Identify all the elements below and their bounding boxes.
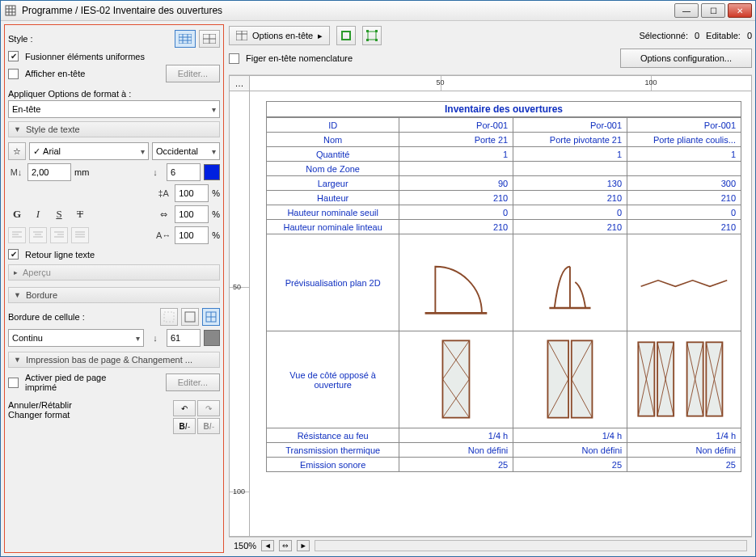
horizontal-ruler[interactable]: 50 100	[250, 75, 752, 91]
border-outer-button[interactable]	[181, 308, 199, 326]
cell[interactable]: 210	[399, 220, 513, 234]
section-border[interactable]: ▼Bordure	[8, 287, 220, 303]
select-handles-green-button[interactable]	[362, 26, 382, 45]
section-textstyle[interactable]: ▼Style de texte	[8, 121, 220, 137]
cell[interactable]: 1	[399, 147, 513, 162]
cell[interactable]: 0	[627, 205, 741, 220]
cell[interactable]	[513, 234, 627, 331]
font-select[interactable]: ✓ Arial	[29, 142, 149, 160]
header-options-button[interactable]: Options en-tête ▸	[229, 26, 330, 45]
config-options-button[interactable]: Options configuration...	[620, 49, 752, 68]
cell[interactable]: 90	[399, 176, 513, 191]
cell[interactable]: 1	[627, 147, 741, 162]
leading-input[interactable]: 6	[167, 163, 201, 181]
cell[interactable]: 130	[513, 176, 627, 191]
cell[interactable]	[399, 162, 513, 176]
cell[interactable]: 210	[399, 191, 513, 205]
italic-button[interactable]: I	[29, 206, 47, 222]
close-button[interactable]: ✕	[728, 3, 752, 18]
ruler-corner-button[interactable]: …	[229, 75, 250, 91]
cell[interactable]: 1/4 h	[627, 428, 741, 443]
border-none-button[interactable]	[160, 308, 178, 326]
show-header-checkbox[interactable]	[8, 69, 19, 79]
cell[interactable]: 210	[627, 220, 741, 234]
zoom-value[interactable]: 150%	[234, 541, 256, 551]
cell[interactable]: 25	[627, 458, 741, 472]
align-justify-button[interactable]	[71, 227, 89, 243]
style-grid1-button[interactable]	[175, 30, 196, 48]
section-preview[interactable]: ▸Aperçu	[8, 264, 220, 281]
bold-button[interactable]: G	[8, 206, 26, 222]
align-right-button[interactable]	[50, 227, 68, 243]
cell-border-label: Bordure de cellule :	[8, 312, 85, 322]
cell[interactable]: 0	[399, 205, 513, 220]
freeze-header-checkbox[interactable]	[229, 53, 239, 64]
cell[interactable]: Porte pliante coulis...	[627, 133, 741, 147]
vertical-ruler[interactable]: 50 100	[229, 91, 250, 537]
strike-button[interactable]: T	[71, 206, 89, 222]
cell[interactable]: Por-001	[399, 118, 513, 133]
undo-button[interactable]: ↶	[173, 400, 196, 416]
text-color-swatch[interactable]	[204, 164, 220, 180]
select-rect-green-button[interactable]	[336, 26, 356, 45]
cell[interactable]: 1/4 h	[399, 428, 513, 443]
cell[interactable]	[513, 331, 627, 428]
section-footer[interactable]: ▼Impression bas de page & Changement ...	[8, 352, 220, 368]
edit-footer-button[interactable]: Editer...	[166, 373, 220, 391]
footer-enable-checkbox[interactable]	[8, 378, 19, 388]
cell[interactable]: Por-001	[627, 118, 741, 133]
cell[interactable]	[627, 162, 741, 176]
script-select[interactable]: Occidental	[152, 142, 220, 160]
cell[interactable]	[513, 162, 627, 176]
cell[interactable]: 25	[513, 458, 627, 472]
fit-width-button[interactable]: ⇔	[279, 540, 292, 551]
cell[interactable]: Non défini	[627, 443, 741, 458]
scroll-left-button[interactable]: ◄	[261, 540, 274, 551]
row-header: Hauteur	[267, 191, 399, 205]
sheet-canvas[interactable]: Inventaire des ouvertures IDPor-001Por-0…	[250, 91, 752, 537]
cell[interactable]: Porte pivotante 21	[513, 133, 627, 147]
font-size-input[interactable]: 2,00	[27, 163, 71, 181]
line-style-select[interactable]: Continu	[8, 329, 144, 347]
cell[interactable]	[399, 234, 513, 331]
line-color-swatch[interactable]	[204, 330, 220, 346]
minimize-button[interactable]: —	[674, 3, 699, 18]
cell[interactable]	[627, 234, 741, 331]
cell[interactable]: Porte 21	[399, 133, 513, 147]
format-redo-button[interactable]: BI˗	[197, 418, 220, 434]
char-width-input[interactable]: 100	[175, 184, 209, 202]
cell[interactable]: 25	[399, 458, 513, 472]
redo-button[interactable]: ↷	[197, 400, 220, 416]
edit-header-button[interactable]: Editer...	[166, 65, 220, 82]
cell[interactable]: 210	[627, 191, 741, 205]
maximize-button[interactable]: ☐	[701, 3, 725, 18]
char-spacing-input[interactable]: 100	[175, 226, 209, 244]
cell[interactable]	[399, 331, 513, 428]
cell[interactable]: 1	[513, 147, 627, 162]
format-undo-button[interactable]: BI˗	[173, 418, 196, 434]
freeze-header-label: Figer en-tête nomenclature	[246, 53, 353, 63]
style-grid2-button[interactable]	[199, 30, 220, 48]
cell[interactable]: 300	[627, 176, 741, 191]
apply-format-select[interactable]: En-tête	[8, 100, 220, 118]
app-icon	[4, 4, 17, 17]
cell[interactable]: Non défini	[399, 443, 513, 458]
border-all-button[interactable]	[202, 308, 220, 326]
cell[interactable]: 210	[513, 191, 627, 205]
line-weight-input[interactable]: 61	[167, 329, 201, 347]
cell[interactable]: Non défini	[513, 443, 627, 458]
horizontal-scrollbar[interactable]	[315, 540, 747, 551]
cell[interactable]: 0	[513, 205, 627, 220]
cell[interactable]: Por-001	[513, 118, 627, 133]
cell[interactable]: 1/4 h	[513, 428, 627, 443]
line-spacing-input[interactable]: 100	[175, 205, 209, 223]
scroll-right-button[interactable]: ►	[297, 540, 310, 551]
underline-button[interactable]: S	[50, 206, 68, 222]
wrap-text-checkbox[interactable]: ✔	[8, 249, 19, 260]
cell[interactable]: 210	[513, 220, 627, 234]
align-center-button[interactable]	[29, 227, 47, 243]
cell[interactable]	[627, 331, 741, 428]
favorite-font-button[interactable]: ☆	[8, 142, 26, 160]
align-left-button[interactable]	[8, 227, 26, 243]
merge-uniform-checkbox[interactable]: ✔	[8, 51, 19, 61]
